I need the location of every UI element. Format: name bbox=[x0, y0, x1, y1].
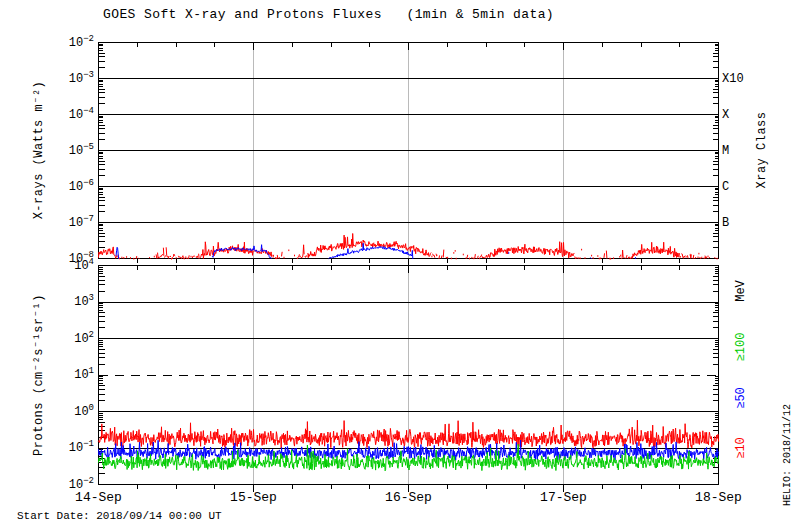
x-axis-day-label: 18-Sep bbox=[695, 490, 742, 505]
helio-watermark: HELIO: 2018/11/12 bbox=[782, 404, 793, 506]
xray-y-tick-label: 10−3 bbox=[69, 70, 94, 86]
plot-canvas bbox=[0, 0, 800, 530]
proton-series-label: ≥10 bbox=[734, 437, 748, 459]
proton-y-tick-label: 102 bbox=[74, 330, 94, 346]
xray-y-axis-title: X-rays (Watts m⁻²) bbox=[31, 81, 46, 220]
x-axis-day-label: 14-Sep bbox=[75, 490, 122, 505]
xray-class-label: X bbox=[722, 108, 729, 122]
proton-y-tick-label: 104 bbox=[74, 257, 94, 273]
xray-class-label: B bbox=[722, 216, 729, 230]
xray-y-tick-label: 10−2 bbox=[69, 34, 94, 50]
xray-y-tick-label: 10−7 bbox=[69, 214, 94, 230]
xray-y-tick-label: 10−5 bbox=[69, 142, 94, 158]
proton-y-tick-label: 10−1 bbox=[69, 439, 94, 455]
proton-y-axis-title: Protons (cm⁻²s⁻¹sr⁻¹) bbox=[31, 294, 46, 456]
xray-y-tick-label: 10−6 bbox=[69, 178, 94, 194]
xray-class-label: X10 bbox=[722, 72, 744, 86]
proton-y-tick-label: 100 bbox=[74, 403, 94, 419]
xray-y-tick-label: 10−4 bbox=[69, 106, 94, 122]
goes-flux-plot-page: GOES Soft X-ray and Protons Fluxes (1min… bbox=[0, 0, 800, 530]
x-axis-day-label: 16-Sep bbox=[385, 490, 432, 505]
xray-class-axis-title: Xray Class bbox=[755, 111, 769, 188]
xray-class-label: M bbox=[722, 144, 729, 158]
proton-mev-axis-title: MeV bbox=[734, 280, 748, 302]
proton-series-label: ≥100 bbox=[734, 332, 748, 361]
start-date-label: Start Date: 2018/09/14 00:00 UT bbox=[17, 510, 222, 522]
xray-class-label: C bbox=[722, 180, 729, 194]
proton-y-tick-label: 101 bbox=[74, 366, 94, 382]
proton-y-tick-label: 103 bbox=[74, 293, 94, 309]
proton-series-label: ≥50 bbox=[734, 387, 748, 409]
x-axis-day-label: 17-Sep bbox=[540, 490, 587, 505]
x-axis-day-label: 15-Sep bbox=[230, 490, 277, 505]
plot-title: GOES Soft X-ray and Protons Fluxes (1min… bbox=[103, 7, 554, 22]
